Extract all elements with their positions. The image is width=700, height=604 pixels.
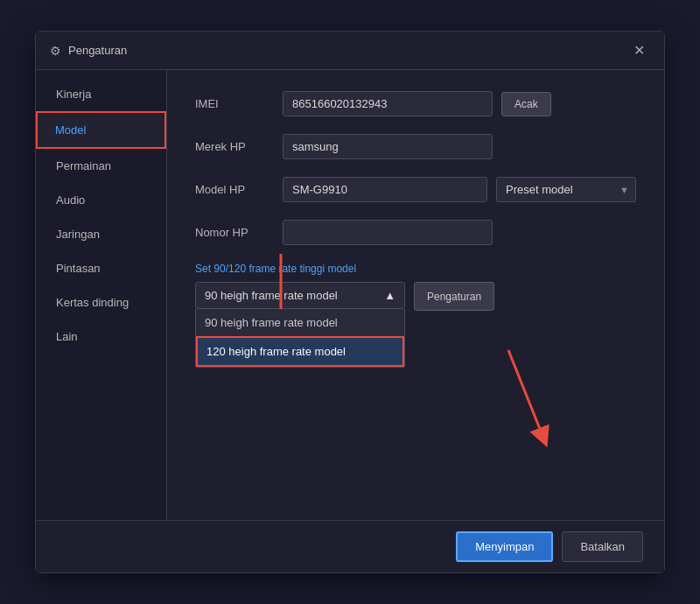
dialog-title: Pengaturan (68, 44, 628, 57)
sidebar-item-jaringan[interactable]: Jaringan (36, 217, 166, 251)
nomor-input[interactable] (283, 220, 493, 245)
cancel-button[interactable]: Batalkan (562, 531, 643, 562)
imei-row: IMEI Acak (195, 91, 636, 116)
sidebar-item-permainan[interactable]: Permainan (36, 149, 166, 183)
footer: Menyimpan Batalkan (36, 520, 664, 572)
sidebar-item-model[interactable]: Model (36, 111, 166, 149)
framerate-section: Set 90/120 frame rate tinggi model 90 he… (195, 263, 636, 311)
close-button[interactable]: ✕ (628, 40, 650, 60)
preset-select[interactable]: Preset model (496, 177, 636, 202)
pengaturan-button[interactable]: Pengaturan (414, 282, 494, 311)
settings-dialog: ⚙ Pengaturan ✕ Kinerja Model Permainan A… (35, 31, 665, 573)
sidebar-item-kinerja[interactable]: Kinerja (36, 77, 166, 111)
dropdown-option-120[interactable]: 120 heigh frame rate model (196, 336, 404, 367)
framerate-link[interactable]: Set 90/120 frame rate tinggi model (195, 263, 636, 275)
sidebar-item-audio[interactable]: Audio (36, 183, 166, 217)
imei-label: IMEI (195, 97, 283, 110)
content-area: IMEI Acak Merek HP Model HP Preset model… (167, 70, 664, 520)
selected-text: 90 heigh frame rate model (205, 289, 338, 302)
sidebar-item-lain[interactable]: Lain (36, 320, 166, 354)
merek-label: Merek HP (195, 140, 283, 153)
settings-icon: ⚙ (50, 44, 61, 58)
nomor-label: Nomor HP (195, 226, 283, 239)
nomor-row: Nomor HP (195, 220, 636, 245)
chevron-up-icon: ▲ (384, 289, 396, 302)
merek-row: Merek HP (195, 134, 636, 159)
sidebar-item-pintasan[interactable]: Pintasan (36, 251, 166, 285)
sidebar: Kinerja Model Permainan Audio Jaringan P… (36, 70, 167, 520)
imei-input[interactable] (283, 91, 493, 116)
dropdown-list: 90 heigh frame rate model 120 heigh fram… (195, 309, 405, 368)
dropdown-option-90[interactable]: 90 heigh frame rate model (196, 309, 404, 336)
framerate-row: 90 heigh frame rate model ▲ 90 heigh fra… (195, 282, 636, 311)
model-row: Model HP Preset model ▼ (195, 177, 636, 202)
framerate-dropdown: 90 heigh frame rate model ▲ 90 heigh fra… (195, 282, 405, 309)
dropdown-selected-value[interactable]: 90 heigh frame rate model ▲ (195, 282, 405, 309)
sidebar-item-kertas-dinding[interactable]: Kertas dinding (36, 285, 166, 320)
acak-button[interactable]: Acak (501, 92, 551, 116)
model-label: Model HP (195, 183, 283, 196)
save-button[interactable]: Menyimpan (456, 531, 553, 562)
model-input[interactable] (283, 177, 487, 202)
title-bar: ⚙ Pengaturan ✕ (36, 32, 664, 70)
merek-input[interactable] (283, 134, 493, 159)
dialog-body: Kinerja Model Permainan Audio Jaringan P… (36, 70, 664, 520)
svg-line-1 (508, 350, 543, 438)
